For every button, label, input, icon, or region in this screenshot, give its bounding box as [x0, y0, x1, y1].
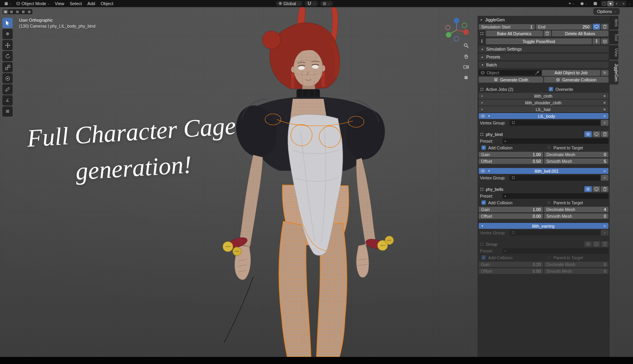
- job-row-lilith-earring[interactable]: ▾ lilith_earring ✕: [479, 223, 608, 229]
- tab-view[interactable]: View: [610, 45, 618, 60]
- vertex-group-field[interactable]: [510, 120, 600, 126]
- remove-job-icon[interactable]: ✕: [601, 108, 608, 111]
- offset-field[interactable]: Offset 0.00: [479, 213, 543, 219]
- modifier-visibility-button[interactable]: [584, 186, 592, 192]
- pose-mode-button[interactable]: [593, 38, 600, 44]
- remove-job-icon[interactable]: ✕: [601, 169, 608, 173]
- simulation-start-field[interactable]: Simulation Start 1: [479, 24, 535, 30]
- job-row-lilith-shoulder-cloth[interactable]: ▸ lilith_shoulder_cloth ✕: [479, 100, 608, 106]
- modifier-delete-button[interactable]: [601, 186, 608, 192]
- tool-scale[interactable]: [2, 62, 13, 72]
- options-button[interactable]: Options ⌄: [593, 8, 620, 15]
- smooth-mesh-field[interactable]: Smooth Mesh 0: [544, 213, 608, 219]
- tool-select-box[interactable]: [2, 18, 13, 28]
- eyedropper-icon[interactable]: [535, 71, 539, 75]
- preset-dropdown[interactable]: •: [502, 248, 608, 254]
- offset-field[interactable]: Offset 0.50: [479, 158, 543, 164]
- parent-to-target-checkbox[interactable]: Parent to Target: [544, 200, 608, 205]
- smooth-mesh-field[interactable]: Smooth Mesh 5: [544, 158, 608, 164]
- mode-toggle-icon[interactable]: ▩: [21, 9, 26, 14]
- offset-field[interactable]: Offset 0.00: [479, 268, 543, 274]
- select-mode-icon[interactable]: ▦: [3, 9, 8, 14]
- gain-field[interactable]: Gain 1.00: [479, 207, 543, 212]
- delete-all-bakes-button[interactable]: Delete All Bakes: [552, 30, 609, 36]
- overlays-toggle[interactable]: ◉ ⌄: [578, 0, 589, 7]
- tab-jigglegen[interactable]: JiggleGen: [610, 60, 618, 85]
- vertex-group-add-button[interactable]: +: [601, 175, 608, 181]
- cache-display-toggle[interactable]: [593, 24, 600, 30]
- cache-delete-button[interactable]: [601, 24, 608, 30]
- mode-toggle-icon[interactable]: ▩: [9, 9, 14, 14]
- panel-header-jigglegen[interactable]: ▾ JiggleGen: [479, 17, 608, 23]
- job-name[interactable]: lilith_earring: [485, 224, 601, 228]
- tool-cursor[interactable]: ⊕: [2, 29, 13, 39]
- parent-to-target-checkbox[interactable]: Parent to Target: [544, 145, 608, 150]
- decimate-mesh-field[interactable]: Decimate Mesh 0: [544, 152, 608, 157]
- collapse-icon[interactable]: ▾: [479, 224, 485, 228]
- vertex-group-field[interactable]: [510, 175, 600, 181]
- modifier-display-button[interactable]: [593, 131, 600, 137]
- menu-object[interactable]: Object: [98, 1, 116, 6]
- object-picker-field[interactable]: Object: [479, 70, 541, 75]
- tool-transform[interactable]: [2, 73, 13, 83]
- modifier-delete-button[interactable]: [601, 131, 608, 137]
- modifier-visibility-button[interactable]: [584, 131, 592, 137]
- overwrite-checkbox[interactable]: ✓ Overwrite: [546, 87, 608, 92]
- tab-tool[interactable]: Tool: [610, 30, 618, 44]
- xray-toggle[interactable]: ▩: [591, 0, 599, 7]
- menu-select[interactable]: Select: [67, 1, 84, 6]
- modifier-delete-button[interactable]: [601, 241, 608, 247]
- tool-add-cube[interactable]: ⊞: [2, 106, 13, 117]
- toggle-pose-rest-button[interactable]: Toggle Pose/Rest: [486, 38, 592, 44]
- vertex-group-field[interactable]: [510, 230, 600, 236]
- job-name[interactable]: LIL_body: [492, 114, 601, 119]
- job-row-lilith-bell-001[interactable]: ▾ lilith_bell.001 ✕: [479, 168, 608, 174]
- shading-dropdown-icon[interactable]: ⌄: [628, 2, 631, 5]
- job-name[interactable]: LIL_hair: [485, 107, 601, 112]
- job-name[interactable]: lilith_cloth: [485, 94, 601, 98]
- smooth-mesh-field[interactable]: Smooth Mesh 0: [544, 268, 608, 274]
- remove-job-icon[interactable]: ✕: [601, 114, 608, 118]
- expand-icon[interactable]: ▸: [479, 94, 485, 98]
- shading-wireframe-button[interactable]: ◯: [601, 1, 607, 6]
- job-row-lilith-cloth[interactable]: ▸ lilith_cloth ✕: [479, 93, 608, 99]
- gizmo-toggle[interactable]: ⌖ ⌄: [567, 0, 577, 7]
- add-collision-checkbox[interactable]: ✓ Add Collision: [479, 145, 543, 150]
- tool-measure[interactable]: ∠: [2, 95, 13, 106]
- job-name[interactable]: lilith_shoulder_cloth: [485, 100, 601, 105]
- remove-job-icon[interactable]: ✕: [601, 94, 608, 98]
- menu-add[interactable]: Add: [85, 1, 98, 6]
- section-simulation-settings[interactable]: ▸ Simulation Settings: [479, 46, 608, 52]
- decimate-mesh-field[interactable]: Decimate Mesh 4: [544, 207, 608, 212]
- add-collision-checkbox[interactable]: ✓ Add Collision: [479, 200, 543, 205]
- snap-toggle[interactable]: ⌄: [305, 1, 318, 6]
- preset-dropdown[interactable]: •: [502, 138, 608, 144]
- tool-annotate[interactable]: [2, 84, 13, 94]
- editor-type-button[interactable]: ▦ ⌄: [2, 0, 13, 7]
- view-axis-gizmo[interactable]: [443, 16, 470, 43]
- section-presets[interactable]: ▸ Presets: [479, 54, 608, 60]
- add-collision-checkbox[interactable]: ✓ Add Collision: [479, 255, 543, 260]
- section-batch[interactable]: ▾ Batch: [479, 62, 608, 68]
- generate-collision-button[interactable]: Generate Collision: [544, 77, 608, 83]
- add-object-to-job-button[interactable]: Add Object to Job: [542, 70, 601, 76]
- perspective-toggle-button[interactable]: ▦: [462, 73, 470, 82]
- simulation-end-field[interactable]: End 250: [536, 24, 592, 30]
- mode-toggle-icon[interactable]: ▦: [27, 9, 32, 14]
- delete-bakes-trash-button[interactable]: [544, 30, 551, 36]
- parent-to-target-checkbox[interactable]: Parent to Target: [544, 255, 608, 260]
- collapse-icon[interactable]: ▾: [486, 114, 492, 118]
- modifier-display-button[interactable]: [593, 186, 600, 192]
- vertex-group-add-button[interactable]: +: [601, 230, 608, 236]
- transform-orientation-select[interactable]: ⊕ Global ⌄: [276, 1, 303, 6]
- job-row-lil-hair[interactable]: ▸ LIL_hair ✕: [479, 106, 608, 112]
- job-row-lil-body[interactable]: ▾ LIL_body ✕: [479, 113, 608, 119]
- bake-all-dynamics-button[interactable]: Bake All Dynamics: [486, 30, 543, 36]
- modifier-visibility-button[interactable]: [584, 241, 592, 247]
- preset-dropdown[interactable]: •: [502, 193, 608, 199]
- decimate-mesh-field[interactable]: Decimate Mesh 0: [544, 262, 608, 267]
- tool-rotate[interactable]: [2, 51, 13, 61]
- expand-icon[interactable]: ▸: [479, 108, 485, 111]
- vertex-group-add-button[interactable]: +: [601, 120, 608, 126]
- mode-select-dropdown[interactable]: Object Mode ⌄: [14, 0, 51, 7]
